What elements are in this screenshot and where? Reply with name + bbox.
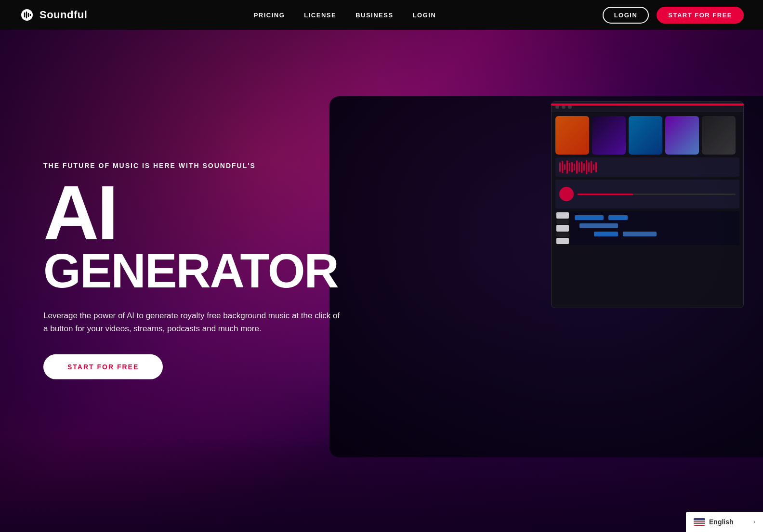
hero-title-generator: GENERATOR <box>43 246 342 294</box>
waveform-bar <box>559 162 561 171</box>
piano-note <box>575 215 604 220</box>
piano-note <box>594 232 618 236</box>
screen-card <box>555 116 589 155</box>
hero-subtitle: THE FUTURE OF MUSIC IS HERE WITH SOUNDFU… <box>43 161 342 169</box>
screen-card <box>665 116 699 155</box>
screen-card <box>702 116 736 155</box>
progress-fill <box>578 194 633 195</box>
piano-key-black <box>556 220 569 224</box>
waveform-bar <box>566 160 568 174</box>
nav-actions: LOGIN START FOR FREE <box>603 7 744 24</box>
waveform-bar <box>595 162 597 172</box>
piano-key-black <box>556 233 569 237</box>
hero-content: THE FUTURE OF MUSIC IS HERE WITH SOUNDFU… <box>43 161 342 379</box>
navbar: Soundful PRICING LICENSE BUSINESS LOGIN … <box>0 0 763 30</box>
hero-title-ai: AI <box>43 174 342 251</box>
waveform-bars <box>555 157 739 177</box>
hero-description: Leverage the power of AI to generate roy… <box>43 309 342 335</box>
waveform-bar <box>586 160 587 174</box>
hero-start-button[interactable]: START FOR FREE <box>43 354 163 379</box>
logo[interactable]: Soundful <box>19 7 87 23</box>
nav-item-login-link[interactable]: LOGIN <box>413 12 436 19</box>
waveform-bar <box>576 160 578 173</box>
language-selector[interactable]: English › <box>686 512 763 532</box>
flag-stripe <box>694 525 705 526</box>
login-button[interactable]: LOGIN <box>603 7 649 24</box>
piano-note <box>623 232 657 236</box>
logo-text: Soundful <box>39 9 87 21</box>
waveform-bar <box>591 161 592 173</box>
screen-waveform <box>555 157 739 177</box>
nav-item-pricing[interactable]: PRICING <box>254 12 285 19</box>
waveform-bar <box>588 162 590 172</box>
piano-key-white <box>556 225 569 231</box>
nav-start-button[interactable]: START FOR FREE <box>657 7 744 24</box>
piano-key-white <box>556 238 569 244</box>
waveform-bar <box>564 164 566 170</box>
hero-section: THE FUTURE OF MUSIC IS HERE WITH SOUNDFU… <box>0 0 763 532</box>
piano-keys <box>555 211 570 245</box>
progress-bar <box>551 104 744 105</box>
flag-icon <box>694 518 705 526</box>
soundful-logo-icon <box>19 7 35 23</box>
nav-item-business[interactable]: BUSINESS <box>355 12 393 19</box>
piano-roll-grid <box>570 211 739 245</box>
screen-card <box>592 116 626 155</box>
waveform-bar <box>574 164 575 170</box>
progress-track <box>578 194 736 195</box>
screen-content <box>552 112 743 249</box>
waveform-bar <box>581 161 582 173</box>
piano-note <box>608 215 628 220</box>
piano-note <box>579 223 618 228</box>
nav-item-license[interactable]: LICENSE <box>304 12 336 19</box>
play-button-icon <box>559 187 574 201</box>
screen-card <box>629 116 662 155</box>
screen-cards-row <box>555 116 739 155</box>
chevron-right-icon: › <box>753 519 755 525</box>
piano-roll <box>555 211 739 245</box>
waveform-bar <box>579 162 580 171</box>
transport-bar <box>555 180 739 208</box>
waveform-bar <box>593 164 594 170</box>
piano-key-white <box>556 212 569 219</box>
screen-mockup <box>551 101 744 308</box>
language-label: English <box>705 518 753 526</box>
waveform-bar <box>562 161 563 173</box>
waveform-bar <box>569 163 570 171</box>
nav-links: PRICING LICENSE BUSINESS LOGIN <box>254 12 436 19</box>
waveform-bar <box>571 162 573 172</box>
waveform-bar <box>583 163 585 171</box>
